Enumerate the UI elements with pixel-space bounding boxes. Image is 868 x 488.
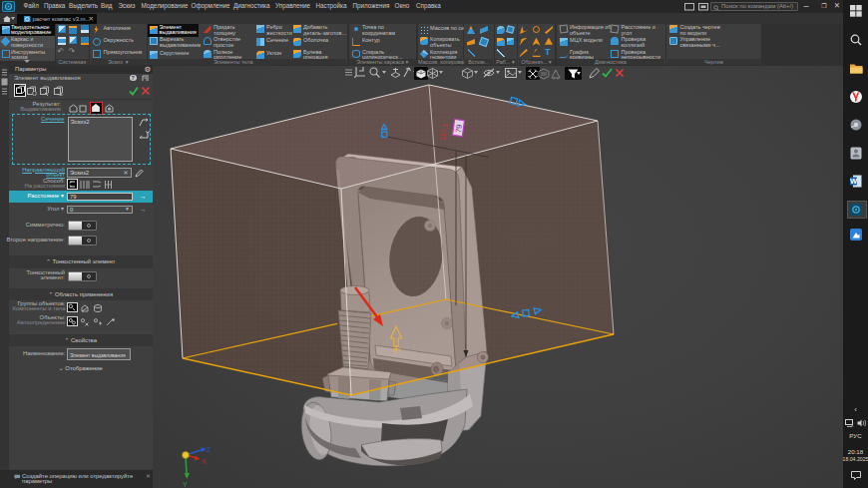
svg-text:Y: Y [183,481,188,488]
svg-text:Z: Z [207,446,212,453]
svg-text:X: X [202,458,207,465]
svg-text:W: W [850,177,858,186]
svg-text:79: 79 [454,124,464,134]
